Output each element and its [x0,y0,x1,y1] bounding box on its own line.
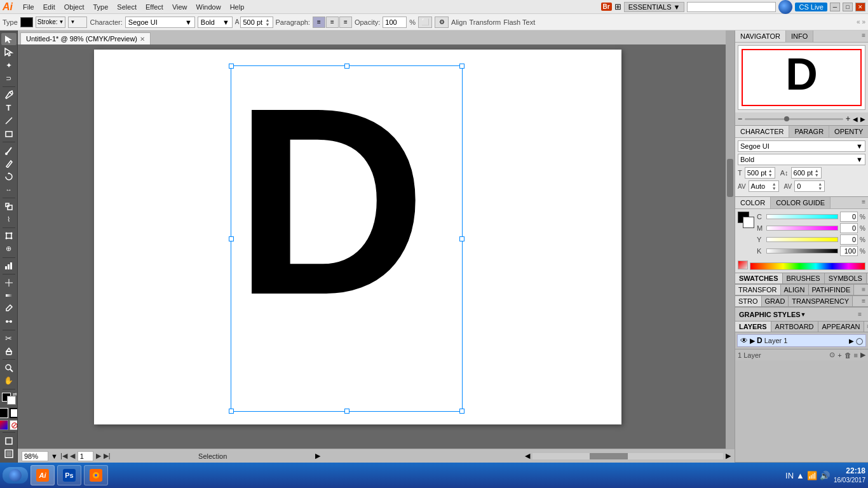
warp-tool[interactable]: ⌇ [1,213,17,225]
layer-visibility-icon[interactable]: 👁 [740,336,748,345]
handle-mid-right[interactable] [459,236,465,241]
char-lead-spin[interactable]: ▲ ▼ [815,168,819,177]
stroke-collapse[interactable]: ≡ [859,296,868,306]
k-value[interactable]: 100 [840,246,858,256]
menu-edit[interactable]: Edit [39,2,59,12]
transform-collapse[interactable]: ≡ [859,285,868,295]
pencil-tool[interactable] [1,158,17,170]
zoom-field[interactable]: 98% [22,451,48,461]
maximize-button[interactable]: □ [843,3,853,11]
nav-zoom-out[interactable]: − [738,114,742,123]
tab-stroke[interactable]: STRO [735,296,762,306]
char-track-down[interactable]: ▼ [818,186,822,191]
scissors-tool[interactable]: ✂ [1,332,17,344]
delete-layer-btn[interactable]: 🗑 [844,351,851,359]
background-color[interactable] [7,396,16,405]
layer-item[interactable]: 👁 ▶ D Layer 1 ▶ ◯ [737,334,866,347]
mesh-tool[interactable] [1,276,17,288]
tab-navigator[interactable]: NAVIGATOR [735,30,786,42]
cs-live-circle[interactable] [778,0,792,14]
char-kern-spin[interactable]: ▲ ▼ [772,182,776,191]
char-lead-down[interactable]: ▼ [815,173,819,177]
color-spectrum[interactable] [750,262,865,270]
align-button[interactable]: Align [451,18,466,26]
stroke-options-dropdown[interactable]: ▼ [68,17,87,28]
tab-brushes[interactable]: BRUSHES [783,273,825,283]
tab-pathfinder[interactable]: PATHFINDE [809,285,855,295]
bottom-scroll-thumb[interactable] [590,453,628,459]
options-icon1[interactable]: ⬜ [418,17,432,28]
tab-opentype[interactable]: OPENTY [829,126,868,137]
font-style-dropdown[interactable]: Bold ▼ [198,17,233,28]
line-tool[interactable] [1,115,17,127]
tab-transform[interactable]: TRANSFOR [735,285,781,295]
char-size-up[interactable]: ▲ [768,168,773,173]
free-transform-tool[interactable] [1,230,17,242]
tab-color-guide[interactable]: COLOR GUIDE [771,197,831,208]
taskbar-ps[interactable]: Ps [57,465,81,485]
fill-swatch[interactable] [0,408,8,418]
scroll-left-btn[interactable]: ◀ [525,452,530,460]
make-clip-mask-btn[interactable]: ⊙ [829,351,835,359]
font-size-field[interactable]: 500 pt ▲ ▼ [240,17,273,28]
br-icon[interactable]: Br [601,3,612,11]
align-center-button[interactable]: ≡ [326,17,339,28]
options-collapse[interactable]: « [857,18,860,25]
char-kerning-field[interactable]: Auto ▲ ▼ [749,180,779,192]
next-page-btn[interactable]: ▶ [96,452,101,460]
tab-swatches[interactable]: SWATCHES [735,273,783,283]
first-page-btn[interactable]: |◀ [60,452,67,460]
page-field[interactable]: 1 [78,451,93,461]
char-kern-down[interactable]: ▼ [772,186,776,191]
menu-help[interactable]: Help [226,2,248,12]
handle-bottom-left[interactable] [229,409,234,414]
align-left-button[interactable]: ≡ [313,17,325,28]
canvas-vscrollbar[interactable] [726,30,735,454]
char-size-down[interactable]: ▼ [768,173,773,177]
cs-live-button[interactable]: CS Live [795,3,827,11]
m-slider[interactable] [766,226,838,231]
tab-paragraph[interactable]: PARAGR [789,126,829,137]
char-leading-field[interactable]: 600 pt ▲ ▼ [791,167,822,179]
y-value[interactable]: 0 [840,234,858,245]
out-of-gamut-icon[interactable] [738,261,748,269]
vscroll-thumb[interactable] [727,159,733,197]
options-expand[interactable]: » [862,18,865,25]
swap-colors[interactable]: ⇄ [13,391,17,397]
tab-align[interactable]: ALIGN [781,285,809,295]
tab-info[interactable]: INFO [786,30,813,42]
reflect-tool[interactable]: ↔ [1,184,17,196]
char-tracking-field[interactable]: 0 ▲ ▼ [794,180,825,192]
color-collapse[interactable]: ≡ [859,197,868,208]
menu-type[interactable]: Type [90,2,112,12]
char-lead-up[interactable]: ▲ [815,168,819,173]
type-tool[interactable]: T [1,102,17,114]
color-bg-swatch[interactable] [743,217,754,228]
size-up[interactable]: ▲ [266,18,270,22]
layer-target-icon[interactable]: ◯ [856,337,863,344]
char-track-spin[interactable]: ▲ ▼ [818,182,822,191]
menu-window[interactable]: Window [193,2,225,12]
magic-wand-tool[interactable]: ✦ [1,59,17,71]
selection-tool[interactable] [1,33,17,45]
hand-tool[interactable]: ✋ [1,375,17,387]
network-icon[interactable]: 📶 [807,471,817,480]
align-right-button[interactable]: ≡ [339,17,352,28]
c-value[interactable]: 0 [840,212,858,222]
rotate-tool[interactable] [1,170,17,182]
menu-view[interactable]: View [168,2,191,12]
grid-icon[interactable]: ⊞ [614,2,621,11]
nav-zoom-thumb[interactable] [784,116,789,121]
tab-transparency[interactable]: TRANSPARENCY [789,296,853,306]
paintbrush-tool[interactable] [1,144,17,156]
stroke-dropdown[interactable]: Stroke: ▼ [36,17,66,28]
c-slider[interactable] [766,214,838,219]
menu-file[interactable]: File [19,2,38,12]
tab-color[interactable]: COLOR [735,197,771,208]
char-style-dropdown[interactable]: Bold ▼ [738,154,865,165]
nav-zoom-track[interactable] [745,118,843,120]
prev-page-btn[interactable]: ◀ [70,452,75,460]
layer-lock-icon[interactable]: ▶ [750,337,755,345]
tab-artboard[interactable]: ARTBOARD [771,322,818,332]
handle-mid-left[interactable] [229,236,234,241]
